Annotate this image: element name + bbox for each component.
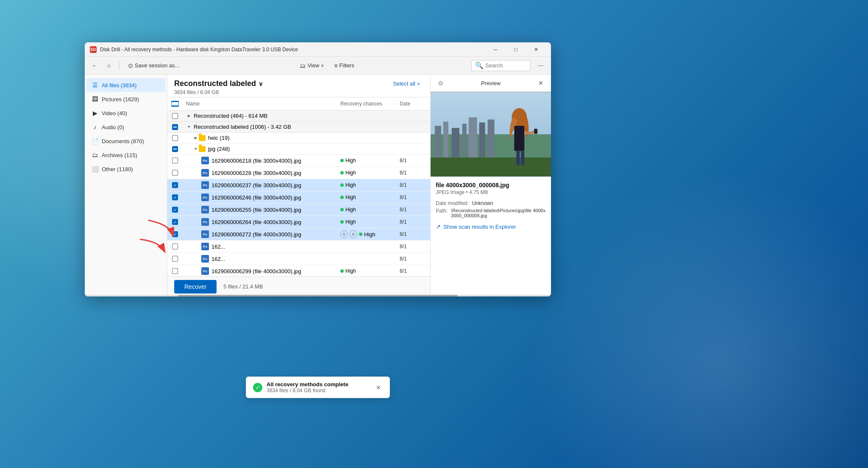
f7-info-action[interactable]: ⊘ [350, 230, 357, 238]
f3-name-cell: Ps 1629060006237 (file 3000x4000).jpg [183, 179, 337, 191]
file-row-f3[interactable]: ✓ Ps 1629060006237 (file 3000x4000).jpg … [167, 179, 430, 191]
f9-recovery [337, 257, 396, 261]
f10-recovery: High [337, 266, 396, 276]
expand-labeled-icon[interactable]: ▼ [186, 124, 192, 130]
expand-reconstructed-icon[interactable]: ▶ [186, 113, 192, 119]
f6-recovery-dot [340, 220, 344, 224]
file-row-f1[interactable]: Ps 1629060006218 (file 3000x4000).jpg Hi… [167, 155, 430, 167]
f3-file-icon: Ps [201, 181, 209, 189]
f4-recovery-dot [340, 196, 344, 199]
toast-close-button[interactable]: ✕ [374, 383, 383, 392]
expand-jpg-icon[interactable]: ▼ [193, 146, 199, 152]
preview-close-button[interactable]: ✕ [536, 78, 546, 88]
group-reconstructed[interactable]: ▶ Reconstructed (464) - 614 MB [167, 111, 430, 122]
svg-rect-2 [435, 126, 441, 160]
sidebar-item-all-files[interactable]: ☰ All files (3834) [86, 78, 165, 92]
group-reconstructed-labeled[interactable]: ▼ Reconstructed labeled (1006) - 3.42 GB [167, 122, 430, 133]
preview-filename: file 4000x3000_000008.jpg [436, 182, 546, 188]
home-button[interactable]: ⌂ [104, 61, 114, 70]
f2-date: 8/1 [396, 168, 430, 178]
f6-recovery: High [337, 217, 396, 227]
f7-copy-action[interactable]: ⊙ [340, 230, 348, 238]
f4-file-icon: Ps [201, 194, 209, 201]
file-row-f4[interactable]: ✓ Ps 1629060006246 (file 3000x4000).jpg … [167, 191, 430, 204]
sidebar-item-documents[interactable]: 📄 Documents (870) [86, 134, 165, 148]
f4-recovery: High [337, 192, 396, 202]
f9-checkbox[interactable] [172, 256, 178, 262]
preview-path-row: Path: \Reconstructed labeled\Pictures\jp… [436, 208, 546, 218]
svg-rect-9 [431, 158, 551, 177]
subfolder-jpg[interactable]: ▼ jpg (248) [167, 144, 430, 155]
expand-heic-icon[interactable]: ▶ [193, 135, 199, 141]
f4-date: 8/1 [396, 192, 430, 202]
search-input[interactable] [485, 62, 527, 69]
file-row-f9[interactable]: Ps 162... 8/1 [167, 253, 430, 265]
file-row-f6[interactable]: ✓ Ps 1629060006264 (file 4000x3000).jpg … [167, 216, 430, 228]
select-all-button[interactable]: Select all ∨ [389, 79, 423, 89]
f5-checkbox[interactable]: ✓ [172, 207, 178, 213]
f7-checkbox[interactable]: ✓ [172, 231, 178, 237]
sidebar-other-label: Other (1180) [102, 166, 133, 172]
date-modified-value: Unknown [472, 200, 546, 206]
close-button[interactable]: ✕ [526, 43, 546, 56]
maximize-button[interactable]: □ [506, 43, 526, 56]
f1-date: 8/1 [396, 155, 430, 166]
sidebar-video-label: Video (40) [102, 110, 127, 116]
save-session-button[interactable]: ⊙ Save session as... [125, 61, 183, 71]
f6-checkbox[interactable]: ✓ [172, 219, 178, 225]
heic-checkbox[interactable] [172, 135, 178, 141]
jpg-checkbox[interactable] [172, 146, 178, 152]
subfolder-heic[interactable]: ▶ heic (19) [167, 133, 430, 144]
header-checkbox-cell [167, 99, 183, 108]
sidebar-item-other[interactable]: ⬜ Other (1180) [86, 162, 165, 176]
svg-rect-5 [462, 124, 467, 160]
f1-checkbox[interactable] [172, 158, 178, 163]
bottom-bar: Recover 5 files / 21.4 MB [167, 276, 430, 296]
minimize-button[interactable]: ─ [486, 43, 505, 56]
heic-recovery [337, 136, 396, 140]
title-bar: DD Disk Drill - All recovery methods - H… [85, 42, 551, 57]
back-button[interactable]: ← [88, 61, 100, 70]
f8-checkbox[interactable] [172, 244, 178, 249]
filters-button[interactable]: ≡ Filters [331, 61, 358, 71]
header-checkbox[interactable] [171, 101, 179, 107]
view-icon: 🗂 [300, 62, 306, 69]
jpg-folder-icon [199, 146, 206, 152]
file-title-dropdown[interactable]: Reconstructed labeled ∨ [174, 79, 263, 88]
group-labeled-checkbox[interactable] [172, 124, 178, 130]
preview-panel: ⊙ Preview ✕ [430, 75, 551, 296]
table-header: Name Recovery chances Date [167, 97, 430, 111]
archives-icon: 🗂 [92, 152, 98, 158]
preview-copy-button[interactable]: ⊙ [436, 78, 446, 88]
group-reconstructed-checkbox[interactable] [172, 113, 178, 119]
sidebar-item-video[interactable]: ▶ Video (40) [86, 106, 165, 120]
f4-checkbox[interactable]: ✓ [172, 194, 178, 200]
jpg-name-cell: ▼ jpg (248) [183, 144, 337, 154]
sidebar-item-audio[interactable]: ♪ Audio (0) [86, 120, 165, 134]
view-button[interactable]: 🗂 View ∨ [296, 61, 327, 71]
f1-recovery-dot [340, 159, 344, 162]
file-row-f5[interactable]: ✓ Ps 1629060006255 (file 3000x4000).jpg … [167, 204, 430, 216]
pictures-icon: 🖼 [92, 96, 98, 102]
more-button[interactable]: ··· [534, 59, 548, 72]
save-icon: ⊙ [128, 62, 133, 69]
f2-checkbox[interactable] [172, 170, 178, 176]
show-in-explorer-link[interactable]: ↗ Show scan results in Explorer [436, 222, 546, 232]
f1-file-icon: Ps [201, 157, 209, 164]
date-modified-label: Date modified: [436, 200, 468, 206]
f3-checkbox[interactable]: ✓ [172, 182, 178, 188]
view-label: View [307, 62, 319, 69]
f8-file-icon: Ps [201, 243, 209, 250]
recover-button[interactable]: Recover [174, 280, 217, 294]
file-row-f10[interactable]: Ps 1629060006299 (file 4000x3000).jpg Hi… [167, 265, 430, 276]
file-row-f7[interactable]: ✓ Ps 1629060006272 (file 4000x3000).jpg … [167, 228, 430, 241]
sidebar-item-archives[interactable]: 🗂 Archives (115) [86, 148, 165, 162]
f10-checkbox[interactable] [172, 268, 178, 274]
f8-recovery [337, 244, 396, 249]
f7-recovery-dot [359, 233, 362, 236]
file-row-f8[interactable]: Ps 162... 8/1 [167, 241, 430, 253]
heic-folder-icon [199, 135, 206, 141]
file-row-f2[interactable]: Ps 1629060006228 (file 3000x4000).jpg Hi… [167, 167, 430, 179]
sidebar-item-pictures[interactable]: 🖼 Pictures (1629) [86, 92, 165, 106]
f9-date: 8/1 [396, 254, 430, 264]
